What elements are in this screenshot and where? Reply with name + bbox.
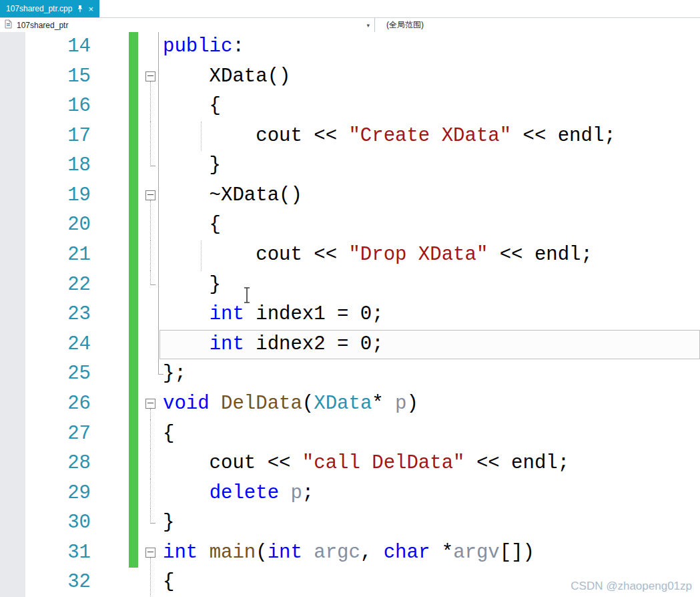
breakpoint-margin[interactable] <box>0 32 25 62</box>
token-plain: cout << <box>163 244 348 266</box>
fold-margin <box>138 122 163 152</box>
breakpoint-margin[interactable] <box>0 270 25 301</box>
fold-margin <box>138 91 163 122</box>
code-text[interactable]: }; <box>163 359 700 389</box>
code-line-24[interactable]: 24 int idnex2 = 0; <box>0 330 700 360</box>
code-text[interactable]: { <box>163 210 700 240</box>
breakpoint-margin[interactable] <box>0 359 25 389</box>
fold-margin <box>138 240 163 270</box>
token-parameter: p <box>290 482 302 504</box>
breakpoint-margin[interactable] <box>0 91 25 122</box>
code-text[interactable]: void DelData(XData* p) <box>163 389 700 419</box>
line-number: 16 <box>25 91 129 122</box>
change-tracking-bar <box>129 449 138 479</box>
token-plain: { <box>163 571 174 593</box>
code-line-25[interactable]: 25}; <box>0 359 700 389</box>
code-line-21[interactable]: 21 cout << "Drop XData" << endl; <box>0 240 700 270</box>
token-parameter: p <box>395 393 406 415</box>
member-scope-dropdown[interactable]: (全局范围) <box>375 18 700 32</box>
code-line-14[interactable]: 14public: <box>0 32 700 62</box>
code-line-31[interactable]: 31int main(int argc, char *argv[]) <box>0 538 700 568</box>
breakpoint-margin[interactable] <box>0 479 25 509</box>
change-tracking-bar <box>129 419 138 449</box>
fold-guide-line <box>158 240 159 270</box>
breakpoint-margin[interactable] <box>0 449 25 479</box>
code-text[interactable]: int idnex2 = 0; <box>163 330 700 360</box>
breakpoint-margin[interactable] <box>0 122 25 152</box>
code-line-26[interactable]: 26void DelData(XData* p) <box>0 389 700 419</box>
fold-guide-line <box>158 151 159 181</box>
line-number: 14 <box>25 32 129 62</box>
code-line-15[interactable]: 15 XData() <box>0 62 700 92</box>
code-text[interactable]: cout << "Drop XData" << endl; <box>163 240 700 270</box>
change-tracking-bar <box>129 300 138 330</box>
fold-collapse-button[interactable] <box>145 548 155 558</box>
fold-guide-line <box>158 359 159 374</box>
code-line-16[interactable]: 16 { <box>0 91 700 122</box>
code-text[interactable]: { <box>163 91 700 122</box>
breakpoint-margin[interactable] <box>0 568 25 597</box>
token-plain: } <box>163 512 174 534</box>
code-editor[interactable]: 14public:15 XData()16 {17 cout << "Creat… <box>0 32 700 597</box>
code-line-19[interactable]: 19 ~XData() <box>0 181 700 211</box>
code-text[interactable]: } <box>163 508 700 538</box>
code-text[interactable]: cout << "Create XData" << endl; <box>163 122 700 152</box>
fold-collapse-button[interactable] <box>145 71 155 81</box>
code-text[interactable]: { <box>163 419 700 449</box>
fold-guide-line <box>150 91 151 122</box>
code-text[interactable]: ~XData() <box>163 181 700 211</box>
fold-margin <box>138 508 163 538</box>
pin-icon[interactable] <box>77 5 83 13</box>
code-text[interactable]: int main(int argc, char *argv[]) <box>163 538 700 568</box>
line-number: 23 <box>25 300 129 330</box>
tab-title: 107shared_ptr.cpp <box>6 4 72 13</box>
token-plain: << endl; <box>464 452 569 474</box>
close-icon[interactable]: × <box>88 5 93 13</box>
breakpoint-margin[interactable] <box>0 330 25 360</box>
breakpoint-margin[interactable] <box>0 240 25 270</box>
code-line-20[interactable]: 20 { <box>0 210 700 240</box>
token-keyword: int <box>163 542 198 564</box>
code-text[interactable]: delete p; <box>163 479 700 509</box>
code-text[interactable]: public: <box>163 32 700 62</box>
line-number: 30 <box>25 508 129 538</box>
fold-guide-line <box>150 122 151 152</box>
breakpoint-margin[interactable] <box>0 538 25 568</box>
code-text[interactable]: } <box>163 151 700 181</box>
breakpoint-margin[interactable] <box>0 508 25 538</box>
breakpoint-margin[interactable] <box>0 389 25 419</box>
token-plain: ) <box>407 393 418 415</box>
fold-guide-line <box>150 419 151 449</box>
code-line-23[interactable]: 23 int index1 = 0; <box>0 300 700 330</box>
fold-guide-line <box>158 270 159 301</box>
breakpoint-margin[interactable] <box>0 181 25 211</box>
code-line-29[interactable]: 29 delete p; <box>0 479 700 509</box>
breakpoint-margin[interactable] <box>0 151 25 181</box>
breakpoint-margin[interactable] <box>0 419 25 449</box>
fold-collapse-button[interactable] <box>145 399 155 409</box>
code-line-27[interactable]: 27{ <box>0 419 700 449</box>
fold-margin <box>138 359 163 389</box>
breakpoint-margin[interactable] <box>0 62 25 92</box>
fold-guide-line <box>158 62 159 92</box>
breakpoint-margin[interactable] <box>0 300 25 330</box>
code-line-22[interactable]: 22 } <box>0 270 700 301</box>
code-text[interactable]: XData() <box>163 62 700 92</box>
code-line-18[interactable]: 18 } <box>0 151 700 181</box>
change-tracking-bar <box>129 330 138 360</box>
token-keyword: char <box>384 542 430 564</box>
line-number: 32 <box>25 568 129 597</box>
fold-guide-line <box>150 508 151 523</box>
code-line-17[interactable]: 17 cout << "Create XData" << endl; <box>0 122 700 152</box>
fold-margin <box>138 300 163 330</box>
tab-107shared_ptr-cpp[interactable]: 107shared_ptr.cpp × <box>0 0 99 17</box>
project-scope-dropdown[interactable]: 107shared_ptr ▾ <box>0 18 375 32</box>
code-line-30[interactable]: 30} <box>0 508 700 538</box>
line-number: 31 <box>25 538 129 568</box>
document-tab-bar: 107shared_ptr.cpp × <box>0 0 700 17</box>
fold-collapse-button[interactable] <box>145 190 155 200</box>
breakpoint-margin[interactable] <box>0 210 25 240</box>
code-line-28[interactable]: 28 cout << "call DelData" << endl; <box>0 449 700 479</box>
code-text[interactable]: cout << "call DelData" << endl; <box>163 449 700 479</box>
change-tracking-bar <box>129 181 138 211</box>
